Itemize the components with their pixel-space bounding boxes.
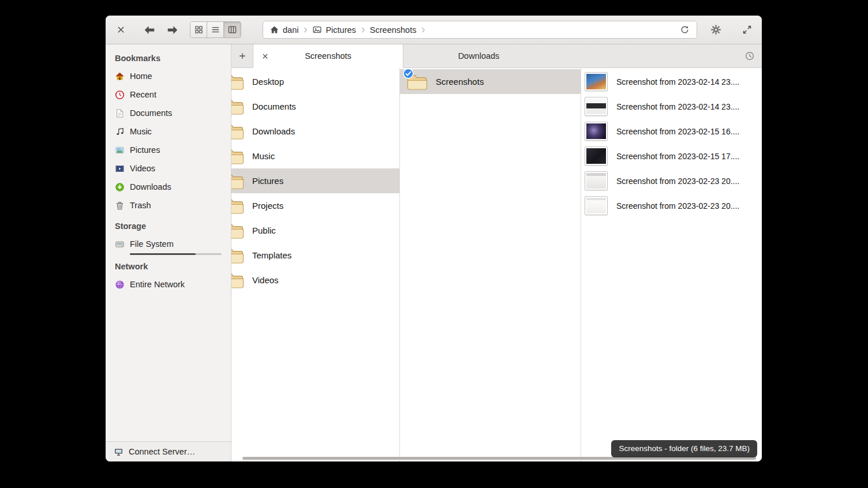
close-window-button[interactable]	[111, 21, 130, 39]
sidebar-item-videos[interactable]: Videos	[106, 159, 231, 178]
folder-name: Downloads	[252, 126, 295, 136]
grid-view-icon	[194, 25, 204, 35]
home-dark-icon	[270, 25, 279, 35]
sidebar-item-label: Recent	[130, 90, 156, 99]
fullscreen-button[interactable]	[738, 21, 756, 39]
sidebar-item-pictures[interactable]: Pictures	[106, 141, 231, 159]
downloads-icon	[115, 182, 125, 192]
refresh-button[interactable]	[677, 22, 692, 37]
folder-row-downloads[interactable]: Downloads	[231, 119, 399, 144]
sidebar-section-title-storage: Storage	[106, 219, 231, 235]
main-content: Screenshots Downloads DesktopDocumentsDo…	[231, 44, 762, 461]
chevron-icon	[301, 25, 310, 35]
connect-server-button[interactable]: Connect Server…	[106, 441, 231, 461]
tab-downloads[interactable]: Downloads	[403, 44, 554, 67]
sidebar-item-label: Music	[130, 127, 152, 136]
folder-icon	[231, 272, 244, 289]
filesystem-icon	[115, 239, 125, 249]
sidebar-item-documents[interactable]: Documents	[106, 104, 231, 122]
window-body: BookmarksHomeRecentDocumentsMusicPicture…	[106, 44, 762, 461]
path-bar[interactable]: daniPicturesScreenshots	[263, 21, 697, 39]
column-view-button[interactable]	[224, 22, 241, 37]
folder-icon	[231, 73, 244, 91]
folder-name: Public	[252, 226, 276, 235]
forward-arrow-icon	[166, 24, 179, 36]
file-row[interactable]: Screenshot from 2023-02-23 20....	[581, 168, 762, 193]
file-row[interactable]: Screenshot from 2023-02-15 17....	[581, 144, 762, 168]
sidebar-item-recent[interactable]: Recent	[106, 85, 231, 104]
fullscreen-expand-icon	[742, 24, 753, 35]
desktop-background: daniPicturesScreenshots BookmarksHomeRec…	[0, 0, 868, 488]
settings-button[interactable]	[706, 21, 725, 39]
back-button[interactable]	[140, 21, 159, 39]
file-row[interactable]: Screenshot from 2023-02-23 20....	[581, 193, 762, 218]
folder-row-videos[interactable]: Videos	[231, 268, 399, 292]
close-icon	[116, 25, 126, 35]
folder-row-desktop[interactable]: Desktop	[231, 69, 399, 94]
document-icon	[115, 108, 125, 118]
sidebar-item-label: Pictures	[130, 145, 160, 155]
history-button[interactable]	[738, 44, 762, 67]
breadcrumb-label: Screenshots	[370, 25, 417, 35]
breadcrumb-item-screenshots[interactable]: Screenshots	[368, 25, 418, 35]
tab-close-button[interactable]	[258, 49, 272, 63]
videos-icon	[115, 164, 125, 174]
sidebar-section-title-bookmarks: Bookmarks	[106, 51, 231, 67]
sidebar-item-home[interactable]: Home	[106, 67, 231, 85]
folder-row-screenshots[interactable]: Screenshots	[400, 69, 581, 94]
folder-row-public[interactable]: Public	[231, 218, 399, 243]
file-row[interactable]: Screenshot from 2023-02-14 23....	[581, 69, 762, 94]
sidebar-item-downloads[interactable]: Downloads	[106, 178, 231, 196]
folder-icon	[231, 222, 244, 239]
sidebar-item-label: Trash	[130, 201, 151, 210]
sidebar-section-title-network: Network	[106, 260, 231, 275]
trash-icon	[115, 201, 125, 211]
file-name: Screenshot from 2023-02-23 20....	[616, 201, 739, 211]
sidebar-item-trash[interactable]: Trash	[106, 196, 231, 215]
sidebar-item-entire-network[interactable]: Entire Network	[106, 275, 231, 294]
new-tab-button[interactable]	[231, 44, 253, 67]
folder-row-projects[interactable]: Projects	[231, 193, 399, 218]
folder-name: Pictures	[252, 176, 283, 186]
breadcrumb-item-dani[interactable]: dani	[268, 25, 300, 35]
status-tooltip: Screenshots - folder (6 files, 23.7 MB)	[611, 440, 757, 457]
close-icon	[261, 52, 269, 60]
folder-icon	[231, 197, 244, 215]
sidebar-item-music[interactable]: Music	[106, 122, 231, 141]
forward-button[interactable]	[163, 21, 182, 39]
folder-icon-clip	[231, 271, 244, 290]
pictures-icon	[115, 145, 125, 155]
column-screenshots-files: Screenshot from 2023-02-14 23....Screens…	[581, 68, 762, 461]
file-row[interactable]: Screenshot from 2023-02-14 23....	[581, 94, 762, 119]
music-icon	[115, 127, 125, 137]
folder-row-documents[interactable]: Documents	[231, 94, 399, 119]
folder-icon-clip	[231, 171, 244, 191]
toolbar: daniPicturesScreenshots	[106, 16, 762, 44]
network-icon	[115, 280, 125, 290]
file-name: Screenshot from 2023-02-14 23....	[616, 102, 739, 111]
refresh-icon	[680, 25, 690, 35]
recent-icon	[115, 90, 125, 100]
file-thumbnail	[585, 147, 607, 165]
list-view-icon	[211, 25, 220, 35]
folder-row-pictures[interactable]: Pictures	[231, 168, 399, 193]
folder-row-templates[interactable]: Templates	[231, 243, 399, 268]
plus-icon	[238, 51, 247, 61]
breadcrumb-item-pictures[interactable]: Pictures	[310, 25, 357, 35]
folder-row-music[interactable]: Music	[231, 144, 399, 168]
file-row[interactable]: Screenshot from 2023-02-15 16....	[581, 119, 762, 144]
folder-icon-clip	[231, 196, 244, 216]
file-name: Screenshot from 2023-02-15 16....	[616, 127, 739, 136]
chevron-icon	[358, 25, 368, 35]
list-view-button[interactable]	[207, 22, 224, 37]
file-thumbnail	[585, 97, 607, 115]
folder-name: Videos	[252, 275, 279, 285]
tab-screenshots[interactable]: Screenshots	[253, 44, 403, 68]
server-icon	[114, 447, 124, 457]
back-arrow-icon	[143, 24, 156, 36]
sidebar-item-file-system[interactable]: File System	[106, 235, 231, 253]
folder-icon-clip	[231, 97, 244, 117]
grid-view-button[interactable]	[190, 22, 207, 37]
folder-name: Screenshots	[436, 77, 484, 87]
tab-bar: Screenshots Downloads	[231, 44, 762, 68]
